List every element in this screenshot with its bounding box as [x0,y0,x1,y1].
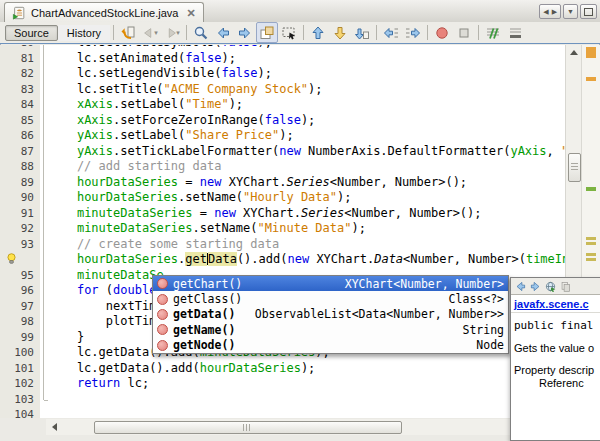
back-button[interactable]: ▾ [139,22,161,43]
code-text[interactable]: hourDataSeries.setName("Hourly Data"); [48,190,351,206]
code-text[interactable]: } [48,330,84,346]
code-fold-bar[interactable] [40,268,48,284]
code-fold-bar[interactable] [40,159,48,175]
code-fold-bar[interactable] [40,221,48,237]
error-stripe-mark[interactable] [586,253,596,256]
error-stripe-mark[interactable] [586,77,596,81]
line-number[interactable]: 86 [0,128,40,144]
code-fold-bar[interactable] [40,97,48,113]
horizontal-scrollbar[interactable] [46,419,510,435]
close-icon[interactable]: ✕ [186,8,195,18]
code-fold-bar[interactable] [40,283,48,299]
code-line-92[interactable]: 92 minuteDataSeries.setName("Minute Data… [0,221,565,237]
stop-macro-recording-button[interactable] [453,22,475,43]
horizontal-scrollbar-thumb[interactable] [94,421,402,434]
code-text[interactable]: plotTime [48,314,164,330]
code-text[interactable]: // create some starting data [48,237,279,253]
open-in-browser-icon[interactable] [545,281,556,292]
history-view-button[interactable]: History [58,25,110,41]
code-text[interactable]: lc.setTitle("ACME Company Stock"); [48,82,323,98]
toggle-highlight-search-button[interactable] [256,22,278,43]
scroll-tabs-right-icon[interactable]: ▶ [552,8,557,16]
code-text[interactable]: lc.setAnimated(false); [48,51,236,67]
code-text[interactable]: xAxis.setForceZeroInRange(false); [48,113,315,129]
code-fold-bar[interactable] [40,206,48,222]
code-editor[interactable]: 80 lc.setCreateSymbols(false);81 lc.setA… [0,45,565,418]
code-fold-bar[interactable] [40,407,48,418]
vertical-scrollbar-thumb[interactable] [568,153,581,182]
line-number[interactable]: 87 [0,144,40,160]
shift-line-left-button[interactable] [380,22,402,43]
last-edit-location-button[interactable] [117,22,139,43]
completion-item[interactable]: getName()String [153,322,508,337]
code-fold-bar[interactable] [40,190,48,206]
scroll-tabs-left-right-button[interactable]: ◀▶ [539,4,561,19]
code-text[interactable]: hourDataSeries.getData().add(new XYChart… [48,252,565,268]
code-line-102[interactable]: 102 return lc; [0,376,565,392]
dropdown-arrow-icon[interactable]: ▾ [154,29,158,37]
code-text[interactable]: return lc; [48,376,149,392]
duplicate-line-button[interactable] [351,22,373,43]
completion-item[interactable]: getNode()Node [153,338,508,353]
copy-doc-icon[interactable] [560,281,571,292]
doc-forward-icon[interactable] [530,281,541,292]
rectangular-selection-button[interactable] [278,22,300,43]
code-text[interactable]: // add starting data [48,159,221,175]
line-number[interactable]: 84 [0,97,40,113]
error-stripe-mark[interactable] [586,258,596,261]
code-line-81[interactable]: 81 lc.setAnimated(false); [0,51,565,67]
completion-item[interactable]: getClass()Class<?> [153,291,508,306]
code-line-86[interactable]: 86 yAxis.setLabel("Share Price"); [0,128,565,144]
start-macro-recording-button[interactable] [431,22,453,43]
move-line-up-button[interactable] [307,22,329,43]
code-text[interactable]: lc.setLegendVisible(false); [48,66,272,82]
code-fold-bar[interactable] [40,113,48,129]
code-text[interactable]: yAxis.setTickLabelFormatter(new NumberAx… [48,144,565,160]
code-fold-bar[interactable] [40,82,48,98]
code-fold-bar[interactable] [40,330,48,346]
doc-back-icon[interactable] [515,281,526,292]
error-stripe-mark[interactable] [586,242,596,245]
line-number[interactable]: 104 [0,407,40,418]
code-text[interactable]: xAxis.setLabel("Time"); [48,97,243,113]
line-number[interactable]: 98 [0,314,40,330]
code-text[interactable]: minuteDataSeries.setName("Minute Data"); [48,221,366,237]
code-fold-bar[interactable] [40,51,48,67]
code-fold-bar[interactable] [40,237,48,253]
previous-occurrence-button[interactable] [212,22,234,43]
code-line-104[interactable]: 104 [0,407,565,418]
code-line-91[interactable]: 91 minuteDataSeries = new XYChart.Series… [0,206,565,222]
completion-item[interactable]: getChart()XYChart<Number, Number> [153,276,508,291]
scroll-tabs-left-icon[interactable]: ◀ [543,8,548,16]
code-fold-bar[interactable] [40,66,48,82]
shift-line-right-button[interactable] [402,22,424,43]
line-number[interactable]: 90 [0,190,40,206]
code-line-93[interactable]: 93 // create some starting data [0,237,565,253]
code-text[interactable]: for (double [48,283,164,299]
forward-button[interactable]: ▾ [161,22,183,43]
error-stripe-mark[interactable] [586,237,596,240]
line-number[interactable]: 103 [0,392,40,408]
line-number[interactable]: 99 [0,330,40,346]
line-number[interactable]: 102 [0,376,40,392]
code-line-83[interactable]: 83 lc.setTitle("ACME Company Stock"); [0,82,565,98]
error-stripe-mark[interactable] [586,47,596,58]
code-text[interactable]: hourDataSeries = new XYChart.Series<Numb… [48,175,467,191]
code-text[interactable]: nextTime [48,299,164,315]
line-number[interactable]: 81 [0,51,40,67]
dropdown-arrow-icon[interactable]: ▾ [176,29,180,37]
error-stripe-mark[interactable] [586,187,596,191]
code-fold-bar[interactable] [40,392,48,408]
line-number[interactable]: 91 [0,206,40,222]
lightbulb-hint-icon[interactable] [5,252,34,265]
line-number[interactable]: 100 [0,345,40,361]
code-line-82[interactable]: 82 lc.setLegendVisible(false); [0,66,565,82]
line-number[interactable]: 96 [0,283,40,299]
code-line-94[interactable]: hourDataSeries.getData().add(new XYChart… [0,252,565,268]
line-number[interactable]: 83 [0,82,40,98]
code-fold-bar[interactable] [40,144,48,160]
code-text[interactable]: minuteDataSeries = new XYChart.Series<Nu… [48,206,482,222]
tab-chartadvancedstockline[interactable]: ChartAdvancedStockLine.java ✕ [4,2,204,22]
line-number[interactable]: 88 [0,159,40,175]
comment-button[interactable] [482,22,504,43]
